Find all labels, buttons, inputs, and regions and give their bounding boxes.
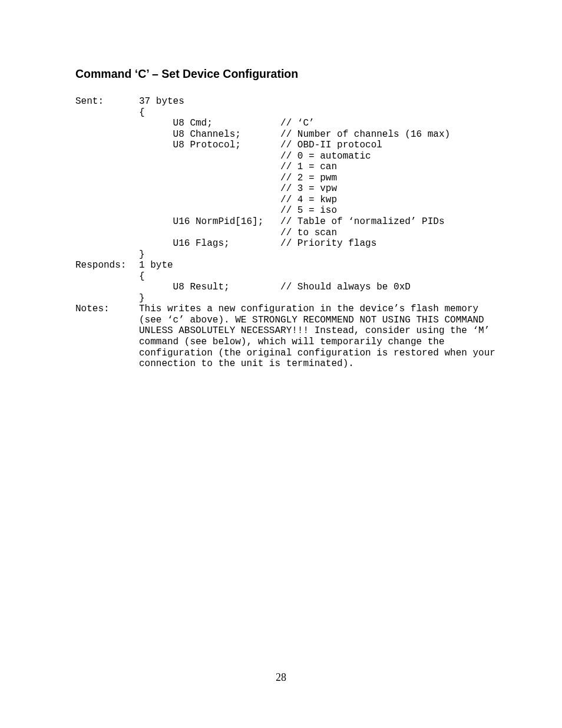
page: Command ‘C’ – Set Device Configuration S… — [0, 0, 562, 728]
sent-code: 37 bytes { U8 Cmd; // ‘C’ U8 Channels; /… — [139, 96, 497, 260]
sent-label: Sent: — [75, 96, 139, 107]
responds-row: Responds: 1 byte { U8 Result; // Should … — [75, 260, 497, 304]
section-heading: Command ‘C’ – Set Device Configuration — [75, 67, 497, 81]
responds-code: 1 byte { U8 Result; // Should always be … — [139, 260, 497, 304]
page-number: 28 — [0, 671, 562, 684]
notes-text: This writes a new configuration in the d… — [139, 304, 497, 369]
responds-body: 1 byte { U8 Result; // Should always be … — [139, 260, 497, 304]
sent-body: 37 bytes { U8 Cmd; // ‘C’ U8 Channels; /… — [139, 96, 497, 260]
notes-row: Notes: This writes a new configuration i… — [75, 304, 497, 369]
notes-label: Notes: — [75, 304, 139, 315]
notes-body: This writes a new configuration in the d… — [139, 304, 497, 369]
responds-label: Responds: — [75, 260, 139, 271]
sent-row: Sent: 37 bytes { U8 Cmd; // ‘C’ U8 Chann… — [75, 96, 497, 260]
